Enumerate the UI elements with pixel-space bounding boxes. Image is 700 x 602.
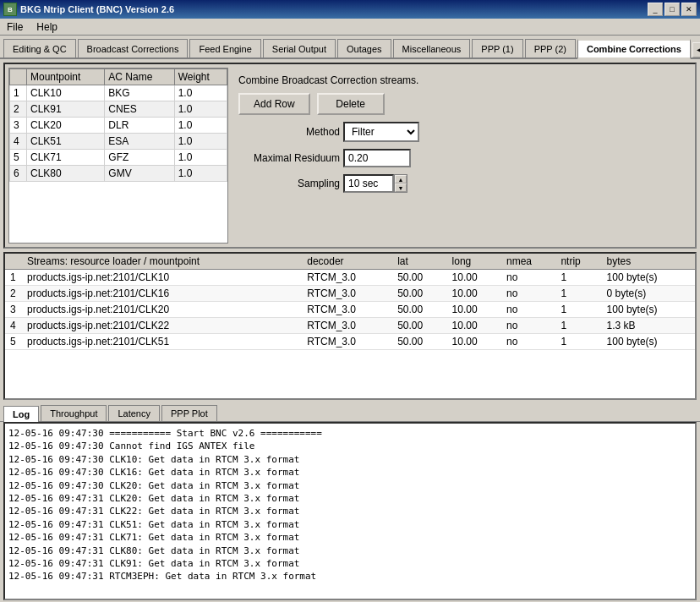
stream-nmea: no — [501, 318, 555, 334]
log-line: 12-05-16 09:47:31 RTCM3EPH: Get data in … — [8, 570, 692, 583]
table-row[interactable]: 4 CLK51 ESA 1.0 — [10, 134, 227, 150]
col-acname: AC Name — [105, 69, 174, 85]
log-line: 12-05-16 09:47:31 CLK80: Get data in RTC… — [8, 545, 692, 557]
log-tab-log[interactable]: Log — [3, 406, 39, 422]
stream-nmea: no — [501, 334, 555, 350]
tab-serial-output[interactable]: Serial Output — [263, 39, 336, 57]
log-tab-latency[interactable]: Latency — [108, 405, 160, 421]
log-tab-ppp-plot[interactable]: PPP Plot — [161, 405, 217, 421]
row-mountpoint: CLK91 — [27, 101, 105, 118]
stream-num: 3 — [5, 302, 22, 318]
sampling-spinner: ▲ ▼ — [343, 174, 407, 193]
tab-editing-qc[interactable]: Editing & QC — [3, 39, 76, 57]
log-tabs: Log Throughput Latency PPP Plot — [0, 403, 700, 422]
tab-ppp2[interactable]: PPP (2) — [525, 39, 576, 57]
tab-miscellaneous[interactable]: Miscellaneous — [393, 39, 471, 57]
row-acname: BKG — [105, 85, 174, 101]
row-weight: 1.0 — [174, 166, 227, 182]
list-item[interactable]: 4 products.igs-ip.net:2101/CLK22 RTCM_3.… — [5, 318, 695, 334]
list-item[interactable]: 1 products.igs-ip.net:2101/CLK10 RTCM_3.… — [5, 270, 695, 286]
sampling-down-button[interactable]: ▼ — [395, 183, 407, 192]
combine-btn-row: Add Row Delete — [238, 93, 681, 115]
row-weight: 1.0 — [174, 150, 227, 166]
stream-long: 10.00 — [447, 334, 501, 350]
add-row-button[interactable]: Add Row — [238, 93, 310, 115]
title-bar-text: B BKG Ntrip Client (BNC) Version 2.6 — [3, 3, 174, 16]
list-item[interactable]: 3 products.igs-ip.net:2101/CLK20 RTCM_3.… — [5, 302, 695, 318]
sampling-label: Sampling — [238, 178, 340, 189]
streams-col-num — [5, 254, 22, 270]
tab-outages[interactable]: Outages — [337, 39, 391, 57]
stream-ntrip: 1 — [555, 270, 601, 286]
table-row[interactable]: 3 CLK20 DLR 1.0 — [10, 118, 227, 134]
streams-col-ntrip: ntrip — [555, 254, 601, 270]
stream-lat: 50.00 — [392, 286, 446, 302]
tab-combine-corrections[interactable]: Combine Corrections — [577, 39, 691, 59]
col-mountpoint: Mountpoint — [27, 69, 105, 85]
stream-lat: 50.00 — [392, 270, 446, 286]
stream-nmea: no — [501, 302, 555, 318]
close-button[interactable]: ✕ — [681, 3, 697, 16]
log-line: 12-05-16 09:47:30 CLK10: Get data in RTC… — [8, 453, 692, 466]
row-weight: 1.0 — [174, 85, 227, 101]
maximize-button[interactable]: □ — [664, 3, 680, 16]
stream-decoder: RTCM_3.0 — [302, 302, 392, 318]
row-num: 6 — [10, 166, 27, 182]
row-num: 3 — [10, 118, 27, 134]
stream-decoder: RTCM_3.0 — [302, 286, 392, 302]
stream-decoder: RTCM_3.0 — [302, 270, 392, 286]
sampling-input[interactable] — [343, 174, 394, 193]
row-acname: GFZ — [105, 150, 174, 166]
col-weight: Weight — [174, 69, 227, 85]
row-acname: GMV — [105, 166, 174, 182]
table-row[interactable]: 6 CLK80 GMV 1.0 — [10, 166, 227, 182]
tab-prev-button[interactable]: ◄ — [692, 42, 700, 57]
stream-ntrip: 1 — [555, 318, 601, 334]
log-tab-throughput[interactable]: Throughput — [41, 405, 107, 421]
log-area: 12-05-16 09:47:30 =========== Start BNC … — [3, 422, 697, 600]
table-row[interactable]: 5 CLK71 GFZ 1.0 — [10, 150, 227, 166]
row-num: 4 — [10, 134, 27, 150]
stream-long: 10.00 — [447, 302, 501, 318]
log-line: 12-05-16 09:47:30 =========== Start BNC … — [8, 427, 692, 440]
streams-table-scroll[interactable]: Streams: resource loader / mountpoint de… — [5, 254, 695, 398]
combine-table-scroll[interactable]: Mountpoint AC Name Weight 1 CLK10 BKG 1.… — [9, 68, 227, 243]
stream-ntrip: 1 — [555, 302, 601, 318]
tab-nav-buttons: ◄ ► — [692, 42, 700, 57]
log-line: 12-05-16 09:47:30 CLK16: Get data in RTC… — [8, 466, 692, 479]
row-num: 2 — [10, 101, 27, 118]
sampling-up-button[interactable]: ▲ — [395, 175, 407, 183]
stream-url: products.igs-ip.net:2101/CLK20 — [22, 302, 302, 318]
delete-button[interactable]: Delete — [317, 93, 385, 115]
table-row[interactable]: 1 CLK10 BKG 1.0 — [10, 85, 227, 101]
row-mountpoint: CLK71 — [27, 150, 105, 166]
tab-feed-engine[interactable]: Feed Engine — [189, 39, 260, 57]
list-item[interactable]: 5 products.igs-ip.net:2101/CLK51 RTCM_3.… — [5, 334, 695, 350]
list-item[interactable]: 2 products.igs-ip.net:2101/CLK16 RTCM_3.… — [5, 286, 695, 302]
stream-bytes: 100 byte(s) — [602, 334, 695, 350]
stream-long: 10.00 — [447, 318, 501, 334]
col-num — [10, 69, 27, 85]
streams-col-nmea: nmea — [501, 254, 555, 270]
minimize-button[interactable]: _ — [648, 3, 663, 16]
stream-lat: 50.00 — [392, 302, 446, 318]
menu-file[interactable]: File — [3, 19, 26, 35]
stream-lat: 50.00 — [392, 318, 446, 334]
stream-nmea: no — [501, 270, 555, 286]
combine-corrections-panel: Mountpoint AC Name Weight 1 CLK10 BKG 1.… — [3, 63, 697, 249]
row-acname: ESA — [105, 134, 174, 150]
window-title: BKG Ntrip Client (BNC) Version 2.6 — [20, 4, 174, 14]
row-mountpoint: CLK10 — [27, 85, 105, 101]
tab-broadcast-corrections[interactable]: Broadcast Corrections — [78, 39, 189, 57]
menu-help[interactable]: Help — [33, 19, 61, 35]
table-row[interactable]: 2 CLK91 CNES 1.0 — [10, 101, 227, 118]
menu-bar: File Help — [0, 19, 700, 36]
stream-nmea: no — [501, 286, 555, 302]
stream-bytes: 1.3 kB — [602, 318, 695, 334]
row-acname: DLR — [105, 118, 174, 134]
tab-ppp1[interactable]: PPP (1) — [472, 39, 522, 57]
combine-table-area: Mountpoint AC Name Weight 1 CLK10 BKG 1.… — [8, 68, 228, 244]
method-select[interactable]: Filter LSQ — [343, 122, 419, 142]
main-tabs: Editing & QC Broadcast Corrections Feed … — [0, 36, 700, 59]
maxresidual-input[interactable] — [343, 149, 411, 167]
